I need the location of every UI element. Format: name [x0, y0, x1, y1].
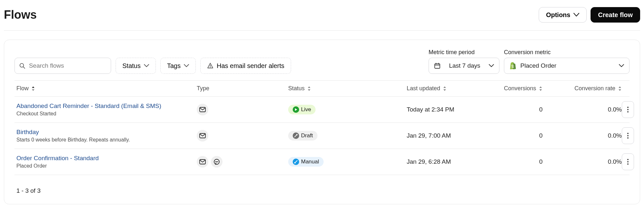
search-icon [19, 63, 25, 69]
col-rate[interactable]: Conversion rate [543, 85, 622, 92]
conversion-metric-group: Conversion metric Placed Order [504, 49, 630, 74]
svg-point-10 [627, 109, 629, 110]
flow-name-link[interactable]: Order Confirmation - Standard [16, 155, 99, 162]
svg-point-19 [627, 159, 629, 160]
table-row: BirthdayStarts 0 weeks before Birthday. … [14, 123, 630, 149]
svg-point-21 [627, 163, 629, 165]
status-badge: Live [288, 105, 316, 114]
svg-line-1 [24, 67, 25, 68]
chevron-down-icon [144, 64, 149, 67]
sms-icon [211, 156, 223, 168]
last-updated: Today at 2:34 PM [407, 106, 477, 113]
svg-point-15 [627, 137, 629, 139]
conversions-value: 0 [477, 106, 543, 113]
status-filter-label: Status [122, 62, 141, 70]
col-flow[interactable]: Flow [16, 85, 197, 92]
sort-icon [31, 86, 35, 91]
filters-left: Status Tags Has email sender alerts [14, 58, 291, 74]
last-updated: Jan 29, 6:28 AM [407, 158, 477, 165]
flow-name-link[interactable]: Birthday [16, 129, 39, 136]
row-actions-button[interactable] [622, 101, 634, 118]
col-status[interactable]: Status [288, 85, 407, 92]
status-badge: Draft [288, 131, 317, 141]
filters-row: Status Tags Has email sender alerts Metr… [14, 49, 630, 74]
svg-point-11 [627, 111, 629, 112]
table-row: Order Confirmation - StandardPlaced Orde… [14, 149, 630, 175]
draft-status-icon [293, 132, 299, 139]
col-type: Type [197, 85, 288, 92]
live-status-icon [293, 106, 299, 113]
svg-point-3 [210, 67, 211, 68]
header-actions: Options Create flow [539, 7, 640, 23]
pagination: 1 - 3 of 3 [14, 179, 630, 198]
sender-alerts-filter[interactable]: Has email sender alerts [200, 58, 291, 74]
tags-filter[interactable]: Tags [160, 58, 196, 74]
table-row: Abandoned Cart Reminder - Standard (Emai… [14, 97, 630, 123]
status-label: Manual [301, 159, 319, 165]
chevron-down-icon [619, 64, 624, 67]
sort-icon [307, 86, 311, 91]
tags-filter-label: Tags [167, 62, 181, 70]
svg-point-13 [627, 133, 629, 134]
table-header: Flow Type Status Last updated Conversion… [14, 80, 630, 97]
row-actions-button[interactable] [622, 127, 634, 144]
conversion-rate-value: 0.0% [543, 132, 622, 139]
options-button[interactable]: Options [539, 7, 587, 23]
manual-status-icon [293, 159, 299, 165]
flows-table: Flow Type Status Last updated Conversion… [14, 80, 630, 175]
conversions-value: 0 [477, 132, 543, 139]
table-body: Abandoned Cart Reminder - Standard (Emai… [14, 97, 630, 175]
status-label: Draft [301, 132, 313, 139]
flow-subtitle: Checkout Started [16, 111, 193, 117]
flows-card: Status Tags Has email sender alerts Metr… [4, 40, 640, 204]
metric-period-value: Last 7 days [449, 62, 480, 69]
email-icon [197, 104, 208, 115]
svg-point-0 [20, 63, 24, 67]
col-conversions[interactable]: Conversions [477, 85, 543, 92]
search-input-wrapper[interactable] [14, 58, 111, 74]
status-label: Live [301, 106, 311, 113]
conversion-rate-value: 0.0% [543, 158, 622, 165]
svg-point-14 [627, 135, 629, 136]
page-header: Flows Options Create flow [4, 0, 640, 31]
search-input[interactable] [28, 62, 106, 70]
conversion-metric-value: Placed Order [520, 62, 556, 69]
chevron-down-icon [573, 13, 579, 17]
email-icon [197, 130, 208, 141]
sender-alerts-label: Has email sender alerts [217, 62, 284, 70]
flow-subtitle: Placed Order [16, 163, 193, 169]
conversions-value: 0 [477, 158, 543, 165]
page-title: Flows [4, 8, 37, 22]
last-updated: Jan 29, 7:00 AM [407, 132, 477, 139]
metric-period-group: Metric time period Last 7 days [429, 49, 499, 74]
create-flow-label: Create flow [598, 11, 633, 19]
calendar-icon [434, 63, 440, 69]
email-icon [197, 156, 208, 168]
shopify-icon [509, 62, 516, 70]
sort-icon [618, 86, 622, 91]
sort-icon [443, 86, 447, 91]
svg-point-9 [627, 107, 629, 108]
row-actions-button[interactable] [622, 153, 634, 170]
conversion-metric-select[interactable]: Placed Order [504, 58, 630, 74]
status-filter[interactable]: Status [116, 58, 156, 74]
sort-icon [539, 86, 543, 91]
options-label: Options [546, 11, 571, 19]
conversion-rate-value: 0.0% [543, 106, 622, 113]
flow-name-link[interactable]: Abandoned Cart Reminder - Standard (Emai… [16, 102, 161, 110]
metric-period-label: Metric time period [429, 49, 499, 56]
conversion-metric-label: Conversion metric [504, 49, 630, 56]
chevron-down-icon [489, 64, 494, 67]
svg-point-20 [627, 161, 629, 162]
warning-icon [207, 63, 213, 69]
filters-right: Metric time period Last 7 days Conversio… [429, 49, 630, 74]
metric-period-select[interactable]: Last 7 days [429, 58, 499, 74]
chevron-down-icon [184, 64, 189, 67]
svg-rect-4 [435, 64, 440, 68]
status-badge: Manual [288, 157, 324, 167]
create-flow-button[interactable]: Create flow [591, 7, 640, 23]
col-updated[interactable]: Last updated [407, 85, 477, 92]
flow-subtitle: Starts 0 weeks before Birthday. Repeats … [16, 137, 193, 143]
